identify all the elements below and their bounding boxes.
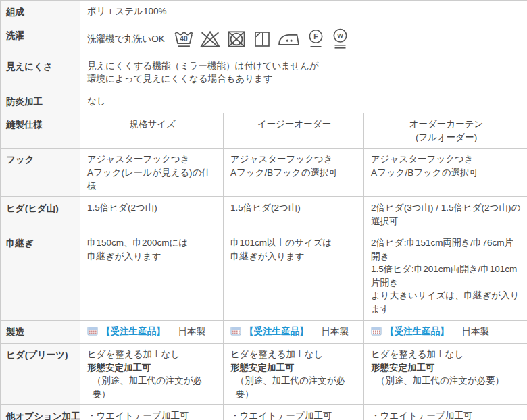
other-options-easy-order-cell: ・ウエイトテープ加工可 ・裾フリル加工可 （別途、加工代の注文が必要） ※形態安… [224,405,364,420]
made-to-order-badge: 【受注生産品】 [245,325,309,338]
visibility-line2: 環境によって見えにくくなる場合もあります [87,74,273,84]
table-row: 縫製仕様 規格サイズ イージーオーダー オーダーカーテン (フルオーダー) [1,113,527,149]
row-label-hook: フック [1,149,80,197]
dry-clean-f-gentle-icon: F [306,28,326,50]
row-label-composition: 組成 [1,1,80,24]
table-row: 組成 ポリエステル100% [1,1,527,24]
pleat-process-easy-order-cell: ヒダを整える加工なし 形態安定加工可 （別途、加工代の注文が必要） [224,344,364,405]
no-tumble-dry-icon [226,28,247,50]
manufacture-easy-order-cell: 【受注生産品】 日本製 [224,320,364,344]
width-joint-standard-cell: 巾150cm、巾200cmには 巾継ぎが入ります [80,232,224,320]
pleat-process-standard-cell: ヒダを整える加工なし 形態安定加工可 （別途、加工代の注文が必要） [80,344,224,405]
other-options-standard-cell: ・ウエイトテープ加工可 ・裾フリル加工可 （別途、加工代の注文が必要） ※形態安… [80,405,224,420]
table-row: 洗濯 洗濯機で丸洗いOK 40 [1,24,527,55]
col-header-easy-order: イージーオーダー [224,113,364,149]
width-joint-full-order-cell: 2倍ヒダ:巾151cm両開き/巾76cm片開き 1.5倍ヒダ:巾201cm両開き… [364,232,527,320]
svg-text:W: W [337,32,343,39]
visibility-line1: 見えにくくする機能（ミラー機能）は付けていませんが [87,61,319,71]
pleat-full-order-cell: 2倍ヒダ(3つ山) / 1.5倍ヒダ(2つ山)の選択可 [364,197,527,232]
country-of-origin: 日本製 [322,325,349,338]
other-options-full-order-cell: ・ウエイトテープ加工可 ・裾フリル加工可 （別途、加工代の注文が必要） ※形態安… [364,405,527,420]
table-row: 他オプション加工 ・ウエイトテープ加工可 ・裾フリル加工可 （別途、加工代の注文… [1,405,527,420]
table-row: 見えにくさ 見えにくくする機能（ミラー機能）は付けていませんが 環境によって見え… [1,55,527,90]
pleat-process-full-order-cell: ヒダを整える加工なし 形態安定加工可 （別途、加工代の注文が必要） [364,344,527,405]
spec-table: 組成 ポリエステル100% 洗濯 洗濯機で丸洗いOK 40 [0,0,527,420]
row-label-width-joint: 巾継ぎ [1,232,80,320]
iron-medium-icon [277,29,301,49]
line-dry-shade-icon [252,28,272,50]
row-label-other-options: 他オプション加工 [1,405,80,420]
washing-cell: 洗濯機で丸洗いOK 40 [80,24,527,55]
washing-text: 洗濯機で丸洗いOK [87,32,165,46]
row-label-pleat-mountain: ヒダ(ヒダ山) [1,197,80,232]
calendar-icon [371,325,382,336]
hook-standard-cell: アジャスターフックつき Aフック(レールが見える)の仕様 [80,149,224,197]
visibility-cell: 見えにくくする機能（ミラー機能）は付けていませんが 環境によって見えにくくなる場… [80,55,527,90]
flame-value: なし [80,90,527,113]
col-header-full-order: オーダーカーテン (フルオーダー) [364,113,527,149]
row-label-visibility: 見えにくさ [1,55,80,90]
table-row: 防炎加工 なし [1,90,527,113]
hook-easy-order-cell: アジャスターフックつき Aフック/Bフックの選択可 [224,149,364,197]
made-to-order-badge: 【受注生産品】 [385,325,449,338]
col-header-standard: 規格サイズ [80,113,224,149]
country-of-origin: 日本製 [462,325,490,338]
manufacture-full-order-cell: 【受注生産品】 日本製 [364,320,527,344]
no-bleach-icon [199,28,221,50]
hook-full-order-cell: アジャスターフックつき Aフック/Bフックの選択可 [364,149,527,197]
table-row: ヒダ(ヒダ山) 1.5倍ヒダ(2つ山) 1.5倍ヒダ(2つ山) 2倍ヒダ(3つ山… [1,197,527,232]
row-label-flame: 防炎加工 [1,90,80,113]
manufacture-standard-cell: 【受注生産品】 日本製 [80,320,224,344]
pleat-standard-cell: 1.5倍ヒダ(2つ山) [80,197,224,232]
made-to-order-badge: 【受注生産品】 [101,325,166,338]
wash-40-gentle-icon: 40 [173,28,195,50]
composition-value: ポリエステル100% [80,1,527,24]
svg-text:F: F [313,32,318,40]
width-joint-easy-order-cell: 巾101cm以上のサイズは 巾継ぎが入ります [224,232,364,320]
country-of-origin: 日本製 [178,325,206,338]
laundry-care-icons: 40 [173,28,350,50]
row-label-pleat-process: ヒダ(プリーツ) [1,344,80,405]
calendar-icon [230,325,241,336]
row-label-sewing-spec: 縫製仕様 [1,113,80,149]
calendar-icon [87,325,98,336]
pleat-easy-order-cell: 1.5倍ヒダ(2つ山) [224,197,364,232]
table-row: フック アジャスターフックつき Aフック(レールが見える)の仕様 アジャスターフ… [1,149,527,197]
svg-text:40: 40 [180,35,188,43]
table-row: 製造 【受注生産品】 日本製 [1,320,527,344]
row-label-washing: 洗濯 [1,24,80,55]
wet-clean-w-very-gentle-icon: W [330,28,350,50]
row-label-manufacture: 製造 [1,320,80,344]
table-row: 巾継ぎ 巾150cm、巾200cmには 巾継ぎが入ります 巾101cm以上のサイ… [1,232,527,320]
table-row: ヒダ(プリーツ) ヒダを整える加工なし 形態安定加工可 （別途、加工代の注文が必… [1,344,527,405]
